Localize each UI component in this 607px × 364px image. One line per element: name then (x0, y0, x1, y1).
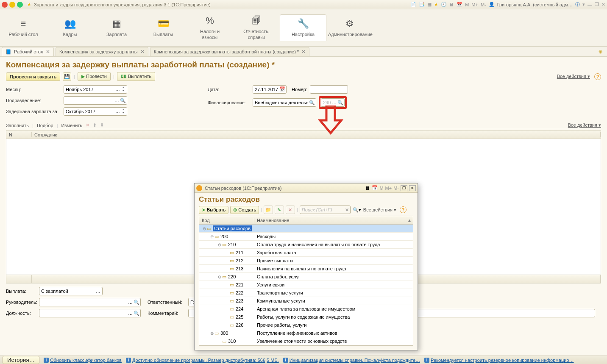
month-input[interactable]: Ноябрь 2017 … ▴▾ (64, 85, 127, 94)
nav-circle-icon[interactable]: ◉ (599, 49, 603, 54)
head-input[interactable]: …🔍 (39, 298, 141, 306)
delete-icon[interactable]: ✕ (286, 206, 295, 214)
status-link-update[interactable]: iДоступно обновление программы. Размер д… (126, 358, 279, 363)
expense-tree-row[interactable]: ⊖▭Статьи расходов (199, 225, 413, 233)
edit-icon[interactable]: ✎ (275, 206, 284, 214)
expense-tree-row[interactable]: ▭226Прочие работы, услуги (199, 321, 413, 329)
info-icon[interactable]: ⓘ (575, 1, 580, 8)
close-window-icon[interactable] (2, 2, 8, 8)
close-tab-icon[interactable]: ✕ (140, 49, 145, 55)
m-plus-button[interactable]: M+ (385, 186, 392, 191)
toolbar-icon[interactable]: ▦ (427, 2, 432, 7)
status-link-banks[interactable]: iОбновить классификатор банков (44, 358, 122, 363)
expense-tree-row[interactable]: ▭222Транспортные услуги (199, 289, 413, 297)
clear-search-icon[interactable]: ✕ (345, 207, 349, 213)
toolbar-icon[interactable]: 📄 (410, 2, 416, 7)
tab-compensation-list[interactable]: Компенсация за задержку зарплаты ✕ (56, 47, 148, 56)
m-button[interactable]: M (465, 2, 469, 7)
modal-maximize-button[interactable]: ❐ (401, 185, 407, 191)
tab-desktop[interactable]: 📘 Рабочий стол ✕ (2, 47, 54, 56)
post-close-button[interactable]: Провести и закрыть (6, 72, 60, 81)
sort-indicator-icon[interactable]: ▲ (406, 218, 413, 223)
modal-search-input[interactable]: Поиск (Ctrl+F) ✕ (300, 206, 351, 214)
nav-item[interactable]: 🔧Настройка (280, 14, 326, 41)
nav-item[interactable]: 🗐Отчетность,справки (233, 12, 280, 43)
favorite-icon[interactable]: ★ (27, 2, 31, 7)
all-actions-table[interactable]: Все действия ▾ (568, 122, 601, 128)
calendar-icon[interactable]: 📅 (372, 185, 378, 191)
tree-toggle-icon[interactable]: ⊖ (209, 234, 214, 239)
tree-toggle-icon[interactable]: ⊖ (202, 226, 207, 231)
delete-row-icon[interactable]: ✕ (86, 122, 89, 128)
toolbar-icon[interactable]: 🕘 (441, 2, 447, 7)
financing-input[interactable]: Внебюджетная деятельн …🔍 (253, 98, 316, 107)
expense-tree-row[interactable]: ▭211Заработная плата (199, 249, 413, 257)
nav-item[interactable]: %Налоги ивзносы (187, 12, 233, 43)
pick-button[interactable]: Подбор (37, 123, 53, 128)
col-code[interactable]: Код (199, 218, 254, 223)
payout-input[interactable]: С зарплатой… (39, 287, 103, 295)
move-down-icon[interactable]: ⬇ (100, 122, 104, 128)
maximize-window-icon[interactable] (17, 2, 23, 8)
nav-item[interactable]: ▦Зарплата (93, 15, 140, 41)
search-icon[interactable]: 🔍▾ (352, 206, 362, 214)
expense-tree-row[interactable]: ▭212Прочие выплаты (199, 257, 413, 265)
minimize-window-icon[interactable] (9, 2, 15, 8)
help-icon[interactable]: ? (400, 206, 407, 213)
expense-tree-row[interactable]: ⊖▭210Оплата труда и начисления на выплат… (199, 241, 413, 249)
modal-close-button[interactable]: ✕ (409, 185, 416, 191)
close-tab-icon[interactable]: ✕ (46, 49, 50, 55)
nav-item[interactable]: 👥Кадры (47, 15, 93, 41)
expense-tree-row[interactable]: ▭310Увеличение стоимости основных средст… (199, 337, 413, 345)
status-backup[interactable]: iРекомендуется настроить резервное копир… (424, 358, 574, 363)
col-n[interactable]: N (6, 132, 32, 137)
number-input[interactable] (310, 85, 348, 94)
post-button[interactable]: ▶ Провести (78, 72, 111, 81)
modal-titlebar[interactable]: Статьи расходов (1С:Предприятие) 🖩 📅 M M… (195, 183, 418, 193)
status-help-init[interactable]: iИнициализация системы справки. Пожалуйс… (283, 358, 420, 363)
close-icon[interactable]: ✕ (601, 2, 605, 7)
history-button[interactable]: История… (3, 356, 39, 364)
m-button[interactable]: M (379, 186, 383, 191)
col-employee[interactable]: Сотрудник (32, 132, 601, 137)
toolbar-icon[interactable]: 🖩 (365, 186, 370, 191)
tree-toggle-icon[interactable]: ⊖ (217, 242, 222, 247)
expense-tree-row[interactable]: ⊖▭200Расходы (199, 233, 413, 241)
nav-item[interactable]: ⚙Администрирование (326, 15, 373, 41)
nav-item[interactable]: ≡Рабочий стол (0, 15, 47, 41)
tab-compensation-create[interactable]: Компенсация за задержку выплаты заработн… (150, 47, 309, 56)
fill-button[interactable]: Заполнить (6, 123, 29, 128)
position-input[interactable]: …🔍 (39, 309, 141, 317)
delayed-input[interactable]: Октябрь 2017 … ▴▾ (64, 107, 127, 116)
favorite-star-icon[interactable]: ★ (434, 2, 438, 7)
nav-item[interactable]: 💳Выплаты (140, 15, 187, 41)
expense-tree-row[interactable]: ▭213Начисления на выплаты по оплате труд… (199, 265, 413, 273)
calendar-icon[interactable]: 📅 (457, 2, 462, 7)
expense-tree-row[interactable]: ▭224Арендная плата за пользование имущес… (199, 305, 413, 313)
close-tab-icon[interactable]: ✕ (301, 49, 306, 55)
chevron-down-icon[interactable]: ▾ (582, 2, 585, 7)
modal-all-actions[interactable]: Все действия ▾ (363, 207, 396, 213)
date-input[interactable]: 27.11.2017📅 (253, 85, 287, 94)
col-name[interactable]: Наименование (254, 218, 406, 223)
m-minus-button[interactable]: M- (481, 2, 486, 7)
minimize-icon[interactable]: — (588, 2, 592, 7)
expense-tree-row[interactable]: ⊖▭220Оплата работ, услуг (199, 273, 413, 281)
move-up-icon[interactable]: ⬆ (93, 122, 97, 128)
m-plus-button[interactable]: M+ (471, 2, 478, 7)
create-button[interactable]: ⊕Создать (230, 206, 259, 214)
expense-tree-row[interactable]: ⊖▭300Поступление нефинансовых активов (199, 329, 413, 337)
m-minus-button[interactable]: M- (393, 186, 399, 191)
expense-tree-row[interactable]: ▭221Услуги связи (199, 281, 413, 289)
save-button[interactable]: 💾 (63, 72, 71, 81)
new-group-icon[interactable]: 📁 (264, 206, 273, 214)
pay-button[interactable]: 💵 Выплатить (117, 72, 156, 81)
maximize-icon[interactable]: ❐ (595, 2, 599, 7)
tree-toggle-icon[interactable]: ⊖ (217, 275, 222, 279)
select-button[interactable]: ➤Выбрать (199, 206, 228, 214)
tree-toggle-icon[interactable]: ⊖ (209, 331, 214, 336)
expense-tree-row[interactable]: ▭223Коммунальные услуги (199, 297, 413, 305)
toolbar-icon[interactable]: 📑 (419, 2, 425, 7)
dept-input[interactable]: …🔍 (64, 96, 127, 105)
help-icon[interactable]: ? (594, 73, 601, 80)
